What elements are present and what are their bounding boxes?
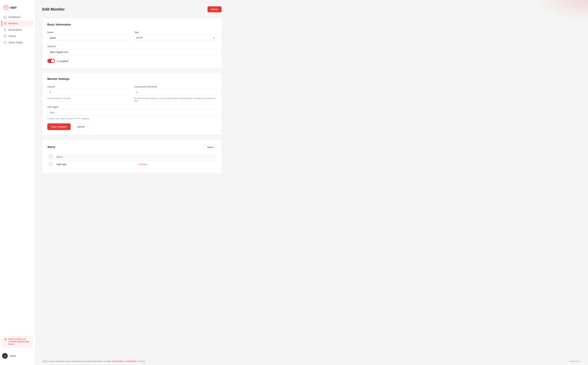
alert-text: Some monitors are currently experiencing… — [8, 338, 31, 345]
basic-info-card: Basic Information Name* Type* — [42, 18, 222, 68]
nav-label-status-pages: Status Pages — [8, 41, 23, 44]
sidebar-user[interactable]: J Janyk — [0, 350, 35, 361]
alert-circle-icon — [4, 338, 7, 341]
nav-label-history: History — [8, 35, 16, 37]
sidebar-item-history[interactable]: History — [1, 33, 34, 39]
threshold-label: Consecutive threshold* — [134, 85, 216, 88]
sidebar-item-status-pages[interactable]: Status Pages — [1, 39, 34, 45]
interval-label: Interval* — [47, 85, 130, 88]
toggle-slider — [47, 59, 55, 63]
logo-icon — [4, 5, 8, 10]
type-select-wrapper: HTTP HTTPS TCP PING — [134, 35, 216, 41]
nav-label-destinations: Destinations — [8, 28, 22, 31]
svg-point-0 — [4, 5, 8, 10]
row-checkbox-cell — [47, 160, 54, 168]
clock-icon — [4, 35, 7, 38]
name-group: Name* — [47, 30, 130, 41]
name-input[interactable] — [47, 35, 130, 41]
sidebar-item-destinations[interactable]: Destinations — [1, 27, 34, 33]
enabled-toggle[interactable] — [47, 59, 55, 63]
alerts-col-check — [47, 154, 54, 161]
user-agent-input[interactable] — [47, 109, 216, 116]
monitor-settings-card: Monitor Settings Interval* Check interva… — [42, 72, 222, 135]
form-actions: Save changes Cancel — [47, 123, 216, 130]
interval-threshold-row: Interval* Check interval in minutes Cons… — [47, 85, 216, 102]
page-header: Edit Monitor Delete — [42, 6, 222, 12]
delete-button[interactable]: Delete — [207, 6, 222, 12]
type-group: Type* HTTP HTTPS TCP PING — [134, 30, 216, 41]
monitor-settings-title: Monitor Settings — [47, 77, 216, 81]
avatar: J — [2, 353, 8, 359]
page-footer: Uppi is a free and open source project b… — [35, 358, 588, 365]
address-group: Address* — [47, 44, 216, 55]
bell-icon — [4, 28, 7, 31]
alerts-title: Alerts — [47, 146, 55, 149]
basic-info-title: Basic Information — [47, 23, 216, 26]
sidebar: uppi Dashboard Monitors — [0, 0, 35, 365]
threshold-input[interactable] — [134, 89, 216, 95]
select-all-checkbox[interactable] — [49, 155, 52, 158]
interval-group: Interval* Check interval in minutes — [47, 85, 130, 102]
svg-point-4 — [6, 340, 6, 340]
svg-point-2 — [4, 41, 6, 44]
name-type-row: Name* Type* HTTP HTTPS TC — [47, 30, 216, 41]
sidebar-alert: Some monitors are currently experiencing… — [2, 336, 33, 347]
row-actions-cell: ✕ Detach — [135, 160, 216, 168]
attach-button[interactable]: Attach — [204, 145, 216, 150]
row-name-cell: Uppi app — [54, 160, 135, 168]
table-row: Uppi app ✕ Detach — [47, 160, 216, 168]
circle-icon — [4, 41, 7, 44]
user-agent-row: User agent Custom User-Agent string for … — [47, 105, 216, 120]
interval-hint: Check interval in minutes — [47, 97, 130, 100]
address-input[interactable] — [47, 49, 216, 55]
contributing-link[interactable]: contributing — [126, 360, 137, 363]
detach-x-icon: ✕ — [137, 163, 139, 166]
home-icon — [4, 15, 7, 19]
sidebar-item-monitors[interactable]: Monitors — [1, 21, 34, 26]
username: Janyk — [9, 354, 16, 357]
footer-text: Uppi is a free and open source project b… — [42, 360, 145, 363]
threshold-group: Consecutive threshold* Number of failed … — [134, 85, 216, 102]
page-title: Edit Monitor — [42, 7, 65, 12]
type-select[interactable]: HTTP HTTPS TCP PING — [134, 35, 216, 41]
row-checkbox[interactable] — [49, 163, 52, 165]
heart-icon — [4, 22, 7, 25]
cancel-button[interactable]: Cancel — [73, 123, 89, 130]
user-agent-hint: Custom User-Agent string for HTTP reques… — [47, 117, 216, 120]
type-label: Type* — [134, 30, 216, 34]
nav-label-dashboard: Dashboard — [8, 16, 21, 19]
threshold-hint: Number of failed checks in a row needed … — [134, 97, 216, 102]
alerts-header: Alerts Attach — [47, 145, 216, 150]
sidebar-item-dashboard[interactable]: Dashboard — [1, 14, 34, 20]
enabled-label: Is enabled* — [57, 59, 69, 63]
app-logo[interactable]: uppi — [0, 4, 35, 14]
top-gradient — [535, 0, 588, 21]
alerts-col-actions — [135, 154, 216, 161]
enabled-row: Is enabled* — [47, 59, 216, 63]
interval-input[interactable] — [47, 89, 130, 95]
address-label: Address* — [47, 44, 216, 48]
nav-label-monitors: Monitors — [8, 22, 18, 25]
footer-brand: webmethod_ — [569, 360, 581, 363]
alerts-card: Alerts Attach Name — [42, 139, 222, 173]
user-agent-label: User agent — [47, 105, 216, 108]
name-label: Name* — [47, 30, 130, 34]
user-agent-group: User agent Custom User-Agent string for … — [47, 105, 216, 120]
alerts-col-name: Name — [54, 154, 135, 161]
save-button[interactable]: Save changes — [47, 123, 71, 130]
detach-button[interactable]: ✕ Detach — [137, 163, 147, 166]
address-row: Address* — [47, 44, 216, 55]
sidebar-nav: Dashboard Monitors Destinations — [0, 14, 35, 333]
app-name: uppi — [10, 6, 17, 9]
sponsor-link[interactable]: sponsoring — [112, 360, 123, 363]
alerts-table: Name Uppi app — [47, 154, 216, 168]
